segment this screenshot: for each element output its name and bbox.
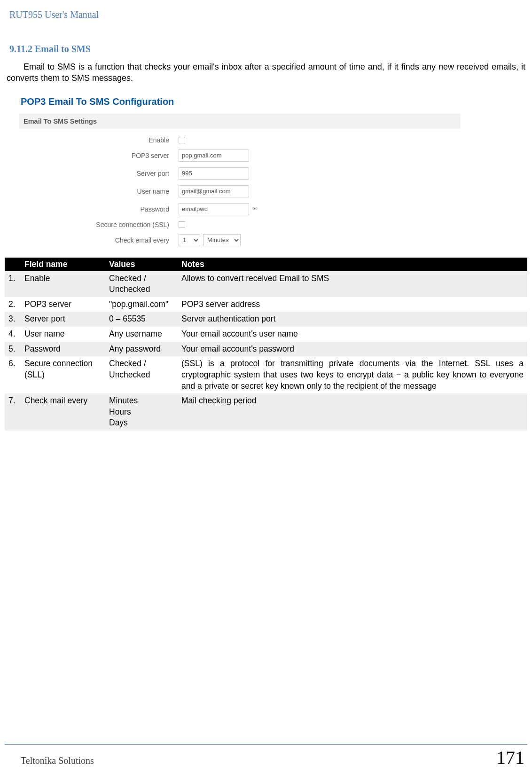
footer-company: Teltonika Solutions [8,755,94,766]
table-row: 7. Check mail every Minutes Hours Days M… [5,393,527,431]
cell-num: 2. [5,297,21,312]
cell-num: 6. [5,356,21,393]
cell-num: 5. [5,342,21,357]
cell-val: Any password [105,342,178,357]
pass-input[interactable] [179,203,249,215]
page-number: 171 [496,746,524,769]
config-subhead: Email To SMS Settings [19,114,461,129]
check-unit-select[interactable]: Minutes [203,234,241,246]
table-row: 6. Secure connection (SLL) Checked / Unc… [5,356,527,393]
cell-notes: (SSL) is a protocol for transmitting pri… [178,356,527,393]
cell-name: Secure connection (SLL) [21,356,105,393]
cell-notes: Your email account's user name [178,327,527,342]
document-header: RUT955 User's Manual [5,9,527,20]
ssl-label: Secure connection (SSL) [19,221,179,228]
table-row: 3. Server port 0 – 65535 Server authenti… [5,312,527,327]
ssl-checkbox[interactable] [179,221,185,228]
cell-val: Minutes Hours Days [105,393,178,431]
pop3-label: POP3 server [19,152,179,159]
th-notes: Notes [178,258,527,271]
footer-rule [5,744,527,745]
port-input[interactable] [179,167,249,180]
cell-notes: POP3 server address [178,297,527,312]
cell-notes: Allows to convert received Email to SMS [178,271,527,297]
user-input[interactable] [179,185,249,197]
th-blank [5,258,21,271]
cell-num: 3. [5,312,21,327]
cell-name: POP3 server [21,297,105,312]
cell-num: 1. [5,271,21,297]
cell-val: Any username [105,327,178,342]
table-row: 5. Password Any password Your email acco… [5,342,527,357]
cell-val: Checked / Unchecked [105,356,178,393]
section-intro: Email to SMS is a function that checks y… [5,61,527,84]
th-values: Values [105,258,178,271]
cell-val: 0 – 65535 [105,312,178,327]
table-row: 2. POP3 server "pop.gmail.com" POP3 serv… [5,297,527,312]
page-footer: Teltonika Solutions 171 [5,744,527,769]
th-fieldname: Field name [21,258,105,271]
enable-label: Enable [19,136,179,144]
config-title: POP3 Email To SMS Configuration [19,93,461,114]
cell-notes: Mail checking period [178,393,527,431]
pop3-input[interactable] [179,149,249,162]
cell-num: 7. [5,393,21,431]
cell-val: Checked / Unchecked [105,271,178,297]
enable-checkbox[interactable] [179,137,185,143]
cell-name: Password [21,342,105,357]
cell-val: "pop.gmail.com" [105,297,178,312]
table-row: 4. User name Any username Your email acc… [5,327,527,342]
field-table: Field name Values Notes 1. Enable Checke… [5,258,527,431]
table-row: 1. Enable Checked / Unchecked Allows to … [5,271,527,297]
check-number-select[interactable]: 1 [179,234,200,246]
cell-name: User name [21,327,105,342]
cell-num: 4. [5,327,21,342]
cell-notes: Server authentication port [178,312,527,327]
cell-name: Enable [21,271,105,297]
eye-icon[interactable]: 👁 [252,205,258,212]
port-label: Server port [19,170,179,177]
cell-name: Server port [21,312,105,327]
pass-label: Password [19,205,179,213]
config-screenshot: POP3 Email To SMS Configuration Email To… [19,93,461,249]
cell-name: Check mail every [21,393,105,431]
cell-notes: Your email account's password [178,342,527,357]
user-label: User name [19,188,179,195]
section-heading: 9.11.2 Email to SMS [5,44,527,55]
check-label: Check email every [19,236,179,244]
